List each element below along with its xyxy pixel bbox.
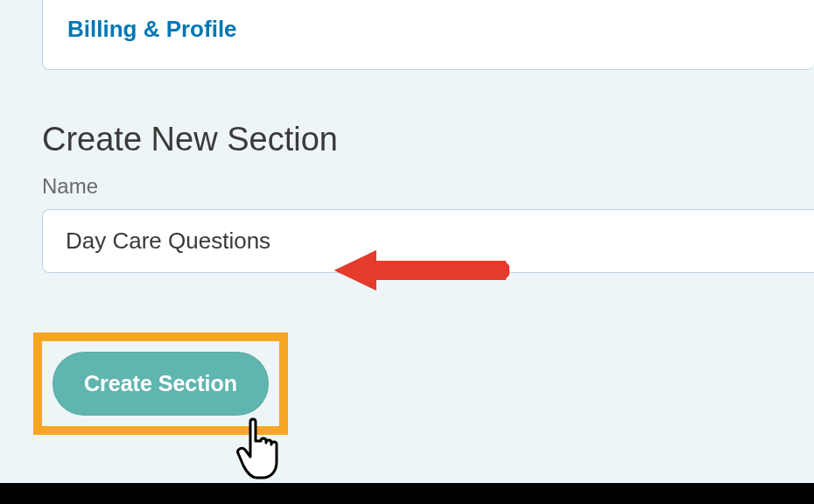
- name-label: Name: [42, 174, 814, 199]
- create-section-heading: Create New Section: [42, 121, 814, 158]
- create-section-form: Create New Section Name: [42, 121, 814, 273]
- top-panel: Billing & Profile: [42, 0, 814, 70]
- highlight-annotation: Create Section: [33, 332, 288, 435]
- billing-profile-link[interactable]: Billing & Profile: [67, 16, 237, 43]
- create-section-button[interactable]: Create Section: [53, 352, 269, 416]
- section-name-input[interactable]: [42, 209, 814, 273]
- bottom-bar: [0, 483, 814, 504]
